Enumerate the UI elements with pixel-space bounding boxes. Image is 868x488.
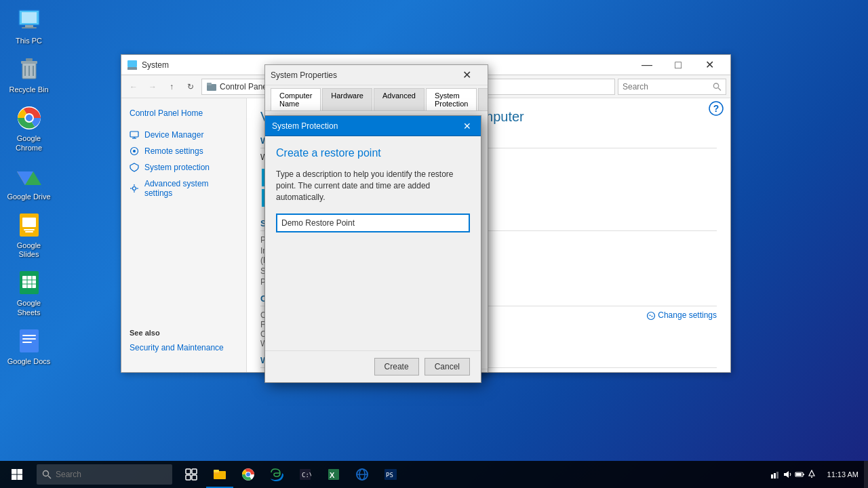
powershell-icon: PS xyxy=(384,468,397,481)
restore-cancel-button[interactable]: Cancel xyxy=(425,358,470,375)
tab-system-protection[interactable]: System Protection xyxy=(426,88,477,110)
sys-props-close-button[interactable]: ✕ xyxy=(451,65,482,85)
taskbar-cmd[interactable]: C:\ xyxy=(292,461,319,488)
close-button[interactable]: ✕ xyxy=(694,55,725,75)
refresh-button[interactable]: ↻ xyxy=(182,79,199,95)
sidebar-item-security-maintenance[interactable]: Security and Maintenance xyxy=(121,340,246,356)
edge-icon xyxy=(270,468,283,481)
svg-point-68 xyxy=(246,472,250,476)
advanced-settings-label: Advanced system settings xyxy=(144,179,238,198)
tab-computer-name[interactable]: Computer Name xyxy=(271,88,321,110)
desktop-icon-slides[interactable]: Google Slides xyxy=(7,211,51,259)
desktop-icon-recycle-bin-label: Recycle Bin xyxy=(9,85,48,94)
desktop-icon-chrome-label: Google Chrome xyxy=(7,134,51,152)
sidebar-item-system-protection[interactable]: System protection xyxy=(121,159,246,176)
sidebar-item-advanced-settings[interactable]: Advanced system settings xyxy=(121,176,246,201)
window-icon xyxy=(127,60,138,70)
google-docs-icon xyxy=(16,327,43,354)
recycle-bin-icon xyxy=(16,56,43,83)
desktop-icon-drive-label: Google Drive xyxy=(7,192,50,201)
create-restore-close-button[interactable]: ✕ xyxy=(460,119,474,133)
taskbar-chrome[interactable] xyxy=(235,461,262,488)
system-protection-label: System protection xyxy=(144,163,210,172)
breadcrumb-control-panel[interactable]: Control Panel xyxy=(220,82,269,92)
sidebar-item-remote-settings[interactable]: Remote settings xyxy=(121,143,246,159)
change-settings-icon xyxy=(646,311,656,321)
minimize-button[interactable]: — xyxy=(631,55,663,75)
sys-props-title: System Properties xyxy=(271,70,451,80)
remote-settings-label: Remote settings xyxy=(144,146,203,156)
notification-icon[interactable] xyxy=(807,470,816,479)
remote-settings-icon xyxy=(130,146,139,156)
desktop-icon-docs-label: Google Docs xyxy=(7,357,51,366)
svg-rect-3 xyxy=(22,27,37,28)
svg-text:X: X xyxy=(330,471,335,479)
svg-rect-27 xyxy=(127,60,137,67)
svg-point-12 xyxy=(26,115,33,121)
taskbar-file-explorer[interactable] xyxy=(206,461,233,488)
search-box[interactable] xyxy=(618,79,726,95)
desktop-icon-sheets[interactable]: Google Sheets xyxy=(7,269,51,317)
system-tray xyxy=(765,470,822,479)
battery-icon[interactable] xyxy=(795,470,804,479)
taskbar-search[interactable] xyxy=(37,464,172,485)
taskbar-edge[interactable] xyxy=(263,461,290,488)
restore-point-name-input[interactable] xyxy=(276,214,470,232)
svg-rect-26 xyxy=(22,342,32,343)
see-also-header: See also xyxy=(121,323,246,340)
desktop-icon-sheets-label: Google Sheets xyxy=(7,299,51,317)
google-drive-icon xyxy=(16,163,43,190)
taskbar-items: C:\ X PS xyxy=(178,461,765,488)
change-settings-link[interactable]: Change settings xyxy=(646,310,717,321)
svg-rect-33 xyxy=(130,131,138,137)
svg-rect-65 xyxy=(214,470,219,472)
taskbar-clock[interactable]: 11:13 AM xyxy=(822,470,864,479)
taskbar-search-icon xyxy=(42,470,52,479)
taskbar-ps[interactable]: PS xyxy=(377,461,404,488)
tab-hardware[interactable]: Hardware xyxy=(322,88,372,110)
taskbar-excel[interactable]: X xyxy=(320,461,347,488)
network-icon[interactable] xyxy=(770,470,780,479)
create-restore-buttons: Create Cancel xyxy=(265,350,481,382)
forward-button[interactable]: → xyxy=(144,79,161,95)
tab-advanced[interactable]: Advanced xyxy=(374,88,425,110)
sidebar-item-control-panel-home[interactable]: Control Panel Home xyxy=(121,105,246,121)
svg-rect-24 xyxy=(22,335,36,336)
maximize-button[interactable]: □ xyxy=(663,55,694,75)
show-desktop-button[interactable] xyxy=(864,461,868,488)
desktop-icon-chrome[interactable]: Google Chrome xyxy=(7,104,51,152)
desktop-icon-recycle-bin[interactable]: Recycle Bin xyxy=(7,56,51,94)
svg-rect-23 xyxy=(20,329,39,352)
ie-icon xyxy=(355,468,369,481)
svg-rect-79 xyxy=(774,473,776,479)
system-protection-icon xyxy=(130,163,139,172)
svg-rect-1 xyxy=(22,12,37,23)
svg-line-32 xyxy=(718,87,721,90)
up-button[interactable]: ↑ xyxy=(163,79,180,95)
create-button[interactable]: Create xyxy=(374,358,419,375)
desktop-icon-drive[interactable]: Google Drive xyxy=(7,163,51,201)
svg-rect-62 xyxy=(192,475,197,480)
tab-remote[interactable]: Remote xyxy=(478,88,488,110)
taskbar-ie[interactable] xyxy=(349,461,376,488)
search-input[interactable] xyxy=(623,82,713,92)
svg-rect-80 xyxy=(776,472,778,479)
taskbar-search-input[interactable] xyxy=(56,470,167,479)
svg-text:PS: PS xyxy=(386,472,393,479)
svg-rect-60 xyxy=(192,469,197,474)
sidebar-item-device-manager[interactable]: Device Manager xyxy=(121,127,246,143)
svg-point-57 xyxy=(43,471,49,476)
taskbar-task-view[interactable] xyxy=(178,461,205,488)
security-maintenance-label: Security and Maintenance xyxy=(130,343,224,352)
svg-point-37 xyxy=(133,150,136,152)
start-button[interactable] xyxy=(0,461,34,488)
help-button[interactable]: ? xyxy=(709,101,724,118)
desktop-icon-docs[interactable]: Google Docs xyxy=(7,327,51,366)
svg-rect-55 xyxy=(12,475,17,481)
sys-props-titlebar: System Properties ✕ xyxy=(265,65,488,85)
back-button[interactable]: ← xyxy=(125,79,142,95)
desktop-icon-this-pc-label: This PC xyxy=(16,37,42,45)
volume-icon[interactable] xyxy=(783,470,792,479)
window-controls: — □ ✕ xyxy=(631,55,725,75)
desktop-icon-this-pc[interactable]: This PC xyxy=(7,7,51,45)
